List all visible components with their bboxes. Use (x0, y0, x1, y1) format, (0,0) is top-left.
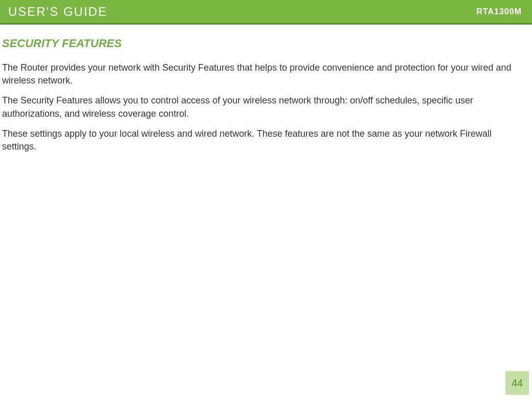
page-number: 44 (512, 377, 523, 389)
header-bar: USER'S GUIDE RTA1300M (0, 0, 532, 25)
header-model: RTA1300M (476, 7, 522, 16)
page-number-box: 44 (505, 371, 529, 395)
header-title: USER'S GUIDE (8, 5, 107, 19)
page-content: SECURITY FEATURES The Router provides yo… (0, 25, 532, 153)
body-paragraph-3: These settings apply to your local wirel… (2, 127, 524, 153)
body-paragraph-1: The Router provides your network with Se… (2, 61, 524, 87)
body-paragraph-2: The Security Features allows you to cont… (2, 94, 524, 120)
section-heading: SECURITY FEATURES (2, 37, 524, 50)
